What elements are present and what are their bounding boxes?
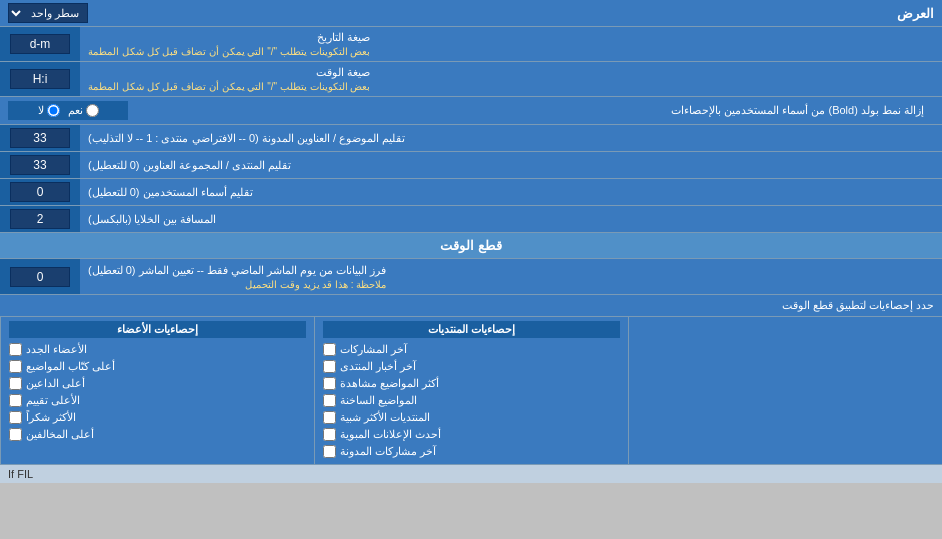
cutoff-input-wrapper: 0 (0, 259, 80, 294)
forum-stat-1: آخر المشاركات (323, 341, 620, 358)
bottom-note-row: If FIL (0, 465, 942, 483)
cell-gap-row: المسافة بين الخلايا (بالبكسل) 2 (0, 206, 942, 233)
forum-stat-3: أكثر المواضيع مشاهدة (323, 375, 620, 392)
stats-label-row: حدد إحصاءيات لتطبيق قطع الوقت (0, 295, 942, 317)
forum-stat-2: آخر أخبار المنتدى (323, 358, 620, 375)
member-stat-2: أعلى كتّاب المواضيع (9, 358, 306, 375)
cell-gap-input-wrapper: 2 (0, 206, 80, 232)
cell-gap-input[interactable]: 2 (10, 209, 70, 229)
user-names-label: تقليم أسماء المستخدمين (0 للتعطيل) (80, 179, 942, 205)
forum-titles-label: تقليم المنتدى / المجموعة العناوين (0 للت… (80, 152, 942, 178)
forum-stats-title: إحصاءيات المنتديات (323, 321, 620, 338)
bold-no-label[interactable]: لا (38, 104, 60, 117)
stats-label-spacer (628, 317, 942, 464)
forum-titles-input[interactable]: 33 (10, 155, 70, 175)
cutoff-row: فرز البيانات من يوم الماشر الماضي فقط --… (0, 259, 942, 295)
member-stat-1-checkbox[interactable] (9, 343, 22, 356)
member-stat-4: الأعلى تقييم (9, 392, 306, 409)
header-row: العرض سطر واحد سطرين ثلاثة أسطر (0, 0, 942, 27)
cell-gap-label: المسافة بين الخلايا (بالبكسل) (80, 206, 942, 232)
stats-label-text: حدد إحصاءيات لتطبيق قطع الوقت (782, 299, 934, 311)
bold-remove-options: نعم لا (8, 101, 128, 120)
page-title: العرض (897, 6, 934, 21)
member-stat-6-checkbox[interactable] (9, 428, 22, 441)
user-names-input-wrapper: 0 (0, 179, 80, 205)
forum-stat-3-checkbox[interactable] (323, 377, 336, 390)
forum-stat-6-checkbox[interactable] (323, 428, 336, 441)
bottom-note-text: If FIL (8, 468, 33, 480)
forum-stat-5-checkbox[interactable] (323, 411, 336, 424)
user-names-row: تقليم أسماء المستخدمين (0 للتعطيل) 0 (0, 179, 942, 206)
topic-titles-label: تقليم الموضوع / العناوين المدونة (0 -- ا… (80, 125, 942, 151)
time-format-input[interactable]: H:i (10, 69, 70, 89)
member-stat-5: الأكثر شكراً (9, 409, 306, 426)
member-stat-2-checkbox[interactable] (9, 360, 22, 373)
forum-titles-row: تقليم المنتدى / المجموعة العناوين (0 للت… (0, 152, 942, 179)
forum-stat-2-checkbox[interactable] (323, 360, 336, 373)
forum-titles-input-wrapper: 33 (0, 152, 80, 178)
member-stat-6: أعلى المخالفين (9, 426, 306, 443)
date-format-row: صيغة التاريخ بعض التكوينات يتطلب "/" الت… (0, 27, 942, 62)
user-names-input[interactable]: 0 (10, 182, 70, 202)
forum-stat-7-checkbox[interactable] (323, 445, 336, 458)
forum-stat-5: المنتديات الأكثر شبية (323, 409, 620, 426)
member-stat-1: الأعضاء الجدد (9, 341, 306, 358)
display-mode-dropdown[interactable]: سطر واحد سطرين ثلاثة أسطر (8, 3, 88, 23)
member-stats-title: إحصاءيات الأعضاء (9, 321, 306, 338)
forum-stat-4: المواضيع الساخنة (323, 392, 620, 409)
member-stat-5-checkbox[interactable] (9, 411, 22, 424)
forum-stats-col: إحصاءيات المنتديات آخر المشاركات آخر أخب… (314, 317, 628, 464)
member-stats-col: إحصاءيات الأعضاء الأعضاء الجدد أعلى كتّا… (0, 317, 314, 464)
date-format-input[interactable]: d-m (10, 34, 70, 54)
cutoff-section-header: قطع الوقت (0, 233, 942, 259)
forum-stat-6: أحدث الإعلانات المبوية (323, 426, 620, 443)
time-format-label: صيغة الوقت بعض التكوينات يتطلب "/" التي … (80, 62, 942, 96)
member-stat-3: أعلى الداعين (9, 375, 306, 392)
member-stat-4-checkbox[interactable] (9, 394, 22, 407)
date-format-label: صيغة التاريخ بعض التكوينات يتطلب "/" الت… (80, 27, 942, 61)
cutoff-input[interactable]: 0 (10, 267, 70, 287)
topic-titles-input-wrapper: 33 (0, 125, 80, 151)
bold-remove-label: إزالة نمط بولد (Bold) من أسماء المستخدمي… (128, 104, 934, 117)
topic-titles-input[interactable]: 33 (10, 128, 70, 148)
forum-stat-4-checkbox[interactable] (323, 394, 336, 407)
cutoff-label: فرز البيانات من يوم الماشر الماضي فقط --… (80, 259, 942, 294)
bold-yes-radio[interactable] (86, 104, 99, 117)
date-format-input-wrapper: d-m (0, 27, 80, 61)
bold-remove-row: إزالة نمط بولد (Bold) من أسماء المستخدمي… (0, 97, 942, 125)
time-format-input-wrapper: H:i (0, 62, 80, 96)
forum-stat-1-checkbox[interactable] (323, 343, 336, 356)
stats-columns: إحصاءيات المنتديات آخر المشاركات آخر أخب… (0, 317, 942, 465)
bold-yes-label[interactable]: نعم (68, 104, 99, 117)
time-format-row: صيغة الوقت بعض التكوينات يتطلب "/" التي … (0, 62, 942, 97)
bold-no-radio[interactable] (47, 104, 60, 117)
topic-titles-row: تقليم الموضوع / العناوين المدونة (0 -- ا… (0, 125, 942, 152)
member-stat-3-checkbox[interactable] (9, 377, 22, 390)
forum-stat-7: آخر مشاركات المدونة (323, 443, 620, 460)
